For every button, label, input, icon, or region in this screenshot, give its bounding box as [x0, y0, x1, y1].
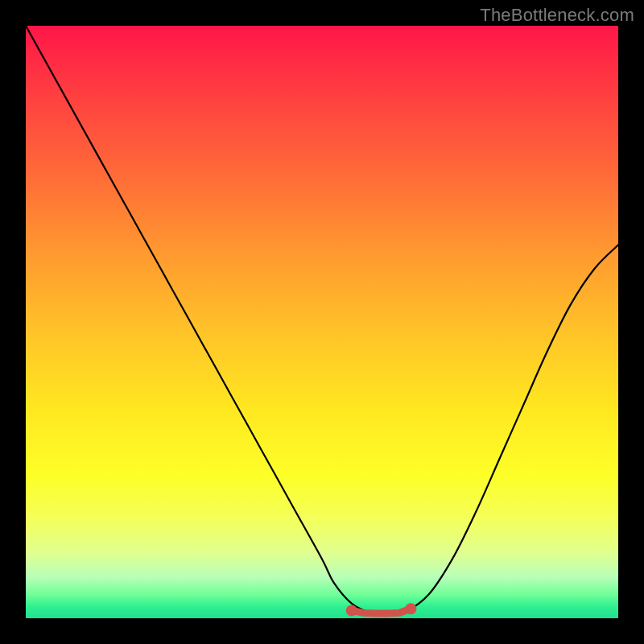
watermark-text: TheBottleneck.com: [480, 5, 634, 26]
chart-svg: [26, 26, 618, 618]
plot-area: [26, 26, 618, 618]
optimal-point-right: [405, 603, 416, 614]
bottleneck-curve: [26, 26, 618, 614]
chart-frame: TheBottleneck.com: [0, 0, 644, 644]
optimal-point-left: [346, 605, 357, 616]
optimal-flat-region: [352, 609, 411, 613]
